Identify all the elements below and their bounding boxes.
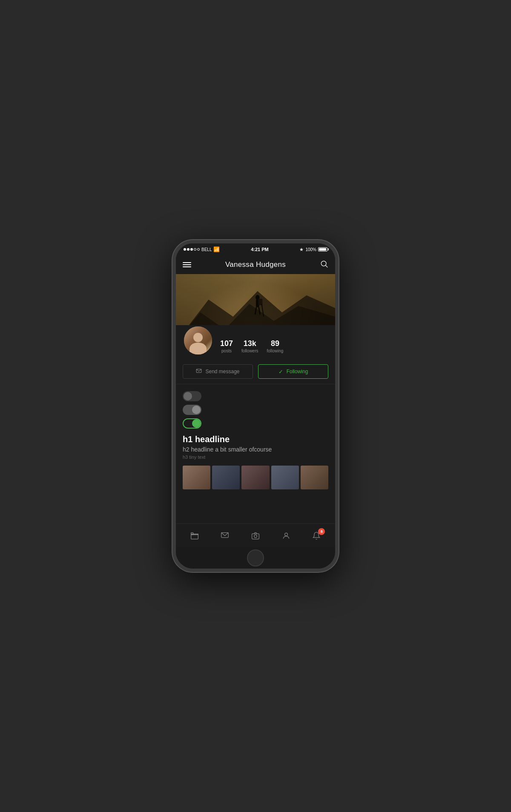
- toggle-knob-2: [192, 406, 201, 414]
- camera-icon: [251, 532, 260, 540]
- home-icon: [190, 532, 199, 540]
- dot-5: [197, 248, 200, 251]
- h1-headline: h1 headline: [183, 435, 328, 444]
- home-button-area: [176, 547, 335, 569]
- status-bar: BELL 📶 4:21 PM ★ 100%: [176, 243, 335, 255]
- status-time: 4:21 PM: [251, 247, 269, 252]
- dot-4: [194, 248, 196, 251]
- followers-label: followers: [241, 349, 258, 353]
- following-label: Following: [287, 369, 308, 375]
- content-area: h1 headline h2 headline a bit smaller of…: [176, 384, 335, 523]
- dot-1: [184, 248, 186, 251]
- toggle-row-2: [183, 405, 328, 415]
- svg-point-0: [321, 261, 326, 266]
- followers-stat: 13k followers: [241, 339, 258, 353]
- dot-3: [190, 248, 193, 251]
- toggle-2[interactable]: [183, 405, 201, 415]
- send-message-label: Send message: [205, 369, 239, 375]
- bluetooth-icon: ★: [299, 247, 304, 252]
- avatar-image: [184, 326, 212, 355]
- status-right: ★ 100%: [299, 247, 327, 252]
- bottom-nav: 8: [176, 523, 335, 547]
- svg-point-17: [284, 533, 287, 536]
- nav-notifications[interactable]: 8: [306, 527, 327, 544]
- messages-icon: [221, 532, 229, 540]
- battery-indicator: [318, 247, 327, 252]
- wifi-icon: 📶: [213, 246, 220, 252]
- search-button[interactable]: [320, 260, 328, 270]
- nav-bar: Vanessa Hudgens: [176, 255, 335, 274]
- posts-stat: 107 posts: [220, 339, 233, 353]
- stats-row: 107 posts 13k followers 89 following: [220, 339, 283, 356]
- notification-badge: 8: [318, 528, 325, 535]
- dot-2: [187, 248, 189, 251]
- profile-section: 107 posts 13k followers 89 following: [176, 325, 335, 361]
- profile-icon: [282, 532, 290, 540]
- photo-thumb-3[interactable]: [241, 466, 269, 489]
- h2-headline: h2 headline a bit smaller ofcourse: [183, 446, 328, 453]
- battery-fill: [319, 248, 326, 251]
- svg-point-16: [254, 535, 257, 538]
- photo-thumb-2[interactable]: [212, 466, 240, 489]
- toggle-knob-3: [192, 419, 201, 428]
- menu-line-1: [183, 262, 191, 263]
- posts-label: posts: [221, 349, 232, 353]
- phone-frame: BELL 📶 4:21 PM ★ 100% Vanessa Hudgens: [172, 240, 339, 572]
- avatar: [183, 325, 213, 356]
- nav-messages[interactable]: [215, 527, 235, 544]
- action-buttons: Send message ✓ Following: [176, 361, 335, 384]
- menu-line-2: [183, 264, 191, 265]
- hamburger-menu-button[interactable]: [183, 262, 191, 267]
- status-left: BELL 📶: [184, 246, 220, 252]
- toggle-1[interactable]: [183, 391, 201, 401]
- nav-profile[interactable]: [276, 527, 296, 544]
- toggle-row-1: [183, 391, 328, 401]
- menu-line-3: [183, 266, 191, 267]
- following-button[interactable]: ✓ Following: [258, 364, 328, 379]
- photo-thumb-4[interactable]: [271, 466, 299, 489]
- followers-count: 13k: [244, 339, 256, 348]
- home-button[interactable]: [247, 549, 264, 566]
- signal-dots: [184, 248, 200, 251]
- following-label: following: [267, 349, 284, 353]
- battery-label: 100%: [305, 247, 316, 252]
- nav-camera[interactable]: [245, 527, 266, 544]
- photo-thumb-5[interactable]: [301, 466, 328, 489]
- following-stat: 89 following: [267, 339, 284, 353]
- svg-rect-13: [191, 532, 193, 535]
- phone-wrapper: BELL 📶 4:21 PM ★ 100% Vanessa Hudgens: [172, 240, 339, 572]
- toggle-knob-1: [184, 392, 192, 400]
- toggle-row-3: [183, 418, 328, 429]
- toggle-3[interactable]: [183, 418, 201, 429]
- send-message-button[interactable]: Send message: [183, 364, 253, 379]
- following-count: 89: [271, 339, 279, 348]
- photo-grid: [183, 466, 328, 489]
- posts-count: 107: [220, 339, 233, 348]
- page-title: Vanessa Hudgens: [225, 260, 286, 269]
- checkmark-icon: ✓: [278, 369, 283, 375]
- nav-home[interactable]: [184, 527, 205, 544]
- message-icon: [196, 368, 202, 375]
- carrier-label: BELL: [201, 247, 212, 252]
- photo-thumb-1[interactable]: [183, 466, 210, 489]
- toggles-section: [183, 391, 328, 429]
- search-icon: [320, 260, 328, 268]
- h3-headline: h3 tiny text: [183, 455, 328, 460]
- typography-section: h1 headline h2 headline a bit smaller of…: [183, 435, 328, 460]
- svg-line-1: [326, 265, 328, 267]
